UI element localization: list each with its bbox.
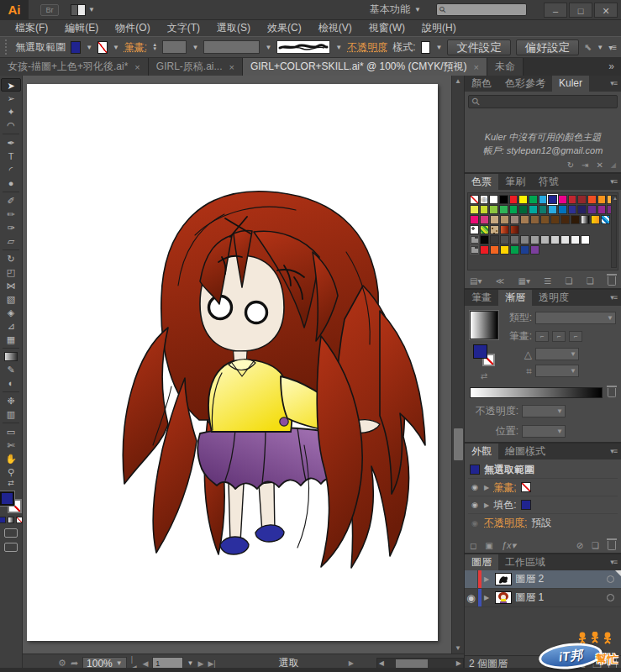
swatch[interactable]	[490, 245, 499, 255]
vertical-scroll-thumb[interactable]	[454, 428, 463, 460]
gradient-thumbnail[interactable]	[470, 311, 498, 339]
document-tab[interactable]: GIRL+COLOR+SKILL.ai* @ 100% (CMYK/預視)×	[243, 58, 487, 76]
fill-color-swatch[interactable]	[71, 41, 81, 54]
expand-triangle-icon[interactable]: ▶	[484, 484, 489, 491]
perspective-grid-tool[interactable]: ⊿	[1, 319, 21, 333]
swatch[interactable]	[539, 205, 548, 214]
tab-color-guide[interactable]: 色彩參考	[498, 76, 552, 92]
maximize-button[interactable]: □	[569, 3, 592, 18]
swatch[interactable]	[581, 235, 590, 244]
duplicate-item-icon[interactable]: ❏	[592, 541, 599, 550]
next-page-icon[interactable]: ▶	[197, 659, 203, 668]
swatch-gradient[interactable]	[500, 225, 509, 234]
swatch[interactable]	[597, 205, 607, 214]
kuler-search-input[interactable]: ⚲	[468, 95, 618, 108]
chevron-down-icon[interactable]: ▼	[435, 44, 442, 51]
delete-stop-icon[interactable]	[608, 388, 616, 397]
width-tool[interactable]: ⋈	[1, 279, 21, 292]
panel-menu-icon[interactable]: ▾≡	[606, 76, 621, 92]
swatch[interactable]	[520, 215, 529, 224]
swatch[interactable]	[490, 235, 499, 244]
cursor-options-icon[interactable]: ⬉	[584, 42, 592, 53]
swatch[interactable]	[500, 245, 509, 255]
selection-tool[interactable]: ➤	[1, 78, 21, 92]
panel-menu-icon[interactable]: ▾≡	[606, 444, 621, 459]
expand-triangle-icon[interactable]: ▶	[484, 575, 489, 583]
swatch-pattern[interactable]	[490, 225, 499, 234]
chevron-down-icon[interactable]: ▼	[597, 44, 603, 51]
swatch[interactable]	[530, 245, 539, 255]
swatch[interactable]	[510, 215, 519, 224]
swatch-libraries-icon[interactable]: ▤▾	[470, 276, 482, 286]
chevron-down-icon[interactable]: ▼	[335, 44, 342, 51]
swatch-scrollbar[interactable]: ▲	[611, 195, 617, 268]
tab-graphic-styles[interactable]: 繪圖樣式	[498, 444, 552, 459]
style-swatch[interactable]	[421, 41, 431, 54]
opacity-link[interactable]: 不透明度	[347, 40, 387, 55]
appearance-opacity-link[interactable]: 不透明度:	[484, 516, 527, 530]
line-segment-tool[interactable]: ◜	[1, 163, 21, 176]
layer-target-icon[interactable]	[607, 575, 614, 583]
tab-symbols[interactable]: 符號	[532, 174, 566, 190]
horizontal-scroll-thumb[interactable]	[396, 659, 428, 668]
eyedropper-tool[interactable]: ✎	[1, 363, 21, 376]
status-expand-icon[interactable]: ▶	[349, 659, 354, 667]
swatch[interactable]	[558, 205, 567, 214]
chevron-down-icon[interactable]: ▼	[192, 44, 198, 51]
fill-stroke-indicator[interactable]	[0, 491, 22, 513]
drawing-modes-button[interactable]	[4, 528, 18, 538]
gradient-fill-stroke-indicator[interactable]	[473, 344, 495, 366]
add-fill-icon[interactable]: ▣	[485, 541, 492, 550]
layer-name[interactable]: 圖層 1	[515, 591, 607, 605]
control-panel-menu-icon[interactable]: ▾≡	[608, 43, 616, 52]
refresh-icon[interactable]: ↻	[567, 160, 574, 170]
direct-selection-tool[interactable]: ➢	[1, 92, 21, 105]
swatch[interactable]	[490, 215, 499, 224]
visibility-eye-icon[interactable]: ◉	[470, 501, 480, 509]
document-tab[interactable]: 女孩-描圖+上色+羽化後.ai*×	[0, 58, 149, 76]
swatch[interactable]	[558, 195, 567, 204]
chevron-down-icon[interactable]: ▼	[187, 659, 194, 667]
artboard[interactable]	[27, 84, 438, 641]
chevron-down-icon[interactable]: ▼	[265, 44, 271, 51]
swatch-gradient[interactable]	[591, 215, 600, 224]
stroke-gradient-along-icon[interactable]: ⌐	[552, 331, 566, 342]
swatch-folder[interactable]	[470, 245, 479, 255]
visibility-eye-icon[interactable]: ◉	[465, 589, 478, 606]
swatch[interactable]	[568, 205, 577, 214]
appearance-stroke-link[interactable]: 筆畫:	[493, 480, 516, 495]
new-swatch-icon[interactable]: ❏	[587, 276, 594, 286]
stroke-weight-stepper[interactable]: ▲▼	[152, 43, 157, 51]
show-swatch-kinds-icon[interactable]: ▦▾	[518, 276, 530, 286]
panel-menu-icon[interactable]: ▾≡	[606, 174, 621, 190]
expand-triangle-icon[interactable]: ▶	[484, 594, 489, 601]
layer-row-1[interactable]: ◉ ▶ 圖層 1	[465, 589, 621, 607]
layer-row-2[interactable]: ▶ 圖層 2	[465, 570, 621, 589]
swatch[interactable]	[560, 235, 570, 244]
hand-tool[interactable]: ✋	[1, 452, 21, 465]
swatch[interactable]	[577, 195, 587, 204]
swatch[interactable]	[550, 235, 560, 244]
swatch-pattern[interactable]	[480, 225, 489, 234]
menu-select[interactable]: 選取(S)	[208, 20, 259, 36]
reverse-gradient-icon[interactable]: ⇄	[481, 371, 487, 381]
document-setup-button[interactable]: 文件設定	[447, 39, 510, 55]
canvas-area[interactable]	[23, 76, 451, 654]
tab-artboards[interactable]: 工作區域	[498, 554, 552, 570]
tab-swatches[interactable]: 色票	[465, 174, 498, 190]
menu-view[interactable]: 檢視(V)	[310, 20, 360, 36]
swatch[interactable]	[470, 205, 479, 214]
tab-color[interactable]: 顏色	[465, 76, 498, 92]
zoom-tool[interactable]: ⚲	[1, 465, 21, 479]
swap-fill-stroke-icon[interactable]: ⇄	[8, 479, 14, 488]
visibility-eye-icon[interactable]	[465, 570, 478, 588]
swatch[interactable]	[571, 215, 580, 224]
scroll-up-icon[interactable]: ▲	[452, 77, 464, 85]
stroke-color-swatch[interactable]	[97, 41, 108, 54]
eraser-tool[interactable]: ▱	[1, 234, 21, 248]
swatch-registration[interactable]: ◎	[480, 195, 489, 204]
swatch[interactable]	[509, 195, 518, 204]
swatch[interactable]	[550, 215, 560, 224]
stroke-link[interactable]: 筆畫:	[124, 40, 147, 55]
scroll-left-icon[interactable]: ◀	[379, 659, 384, 667]
